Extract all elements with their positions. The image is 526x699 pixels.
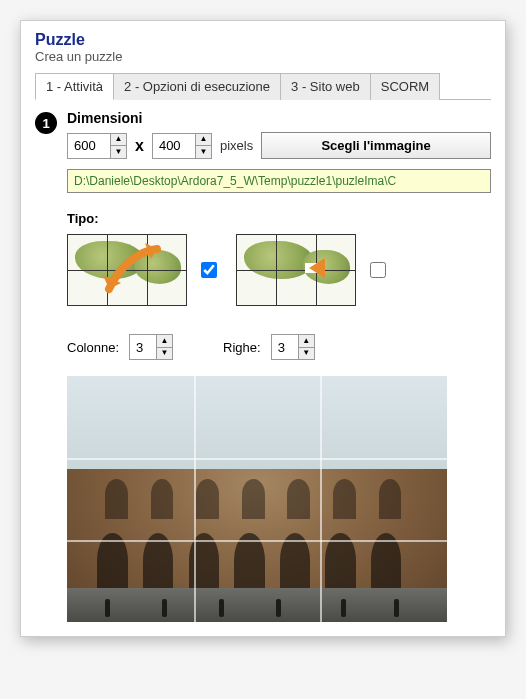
- tab-bar: 1 - Attività 2 - Opzioni di esecuzione 3…: [35, 72, 491, 100]
- columns-spinner[interactable]: ▲ ▼: [129, 334, 173, 360]
- type-swap-thumbnail: [67, 234, 187, 306]
- width-up-icon[interactable]: ▲: [111, 134, 126, 146]
- rows-down-icon[interactable]: ▼: [299, 347, 314, 360]
- app-subtitle: Crea un puzzle: [35, 49, 491, 64]
- puzzle-config-window: Puzzle Crea un puzzle 1 - Attività 2 - O…: [20, 20, 506, 637]
- columns-down-icon[interactable]: ▼: [157, 347, 172, 360]
- tab-website[interactable]: 3 - Sito web: [280, 73, 371, 100]
- svg-marker-3: [309, 258, 325, 278]
- height-input[interactable]: [153, 134, 195, 158]
- height-spinner[interactable]: ▲ ▼: [152, 133, 212, 159]
- rows-label: Righe:: [223, 340, 261, 355]
- app-title: Puzzle: [35, 31, 491, 49]
- height-down-icon[interactable]: ▼: [196, 145, 211, 158]
- tab-scorm[interactable]: SCORM: [370, 73, 440, 100]
- image-path-field[interactable]: [67, 169, 491, 193]
- tab-exec-options[interactable]: 2 - Opzioni di esecuzione: [113, 73, 281, 100]
- multiply-symbol: x: [135, 137, 144, 155]
- width-down-icon[interactable]: ▼: [111, 145, 126, 158]
- dimensions-heading: Dimensioni: [67, 110, 491, 126]
- rows-input[interactable]: [272, 335, 298, 359]
- type-heading: Tipo:: [67, 211, 491, 226]
- width-input[interactable]: [68, 134, 110, 158]
- columns-up-icon[interactable]: ▲: [157, 335, 172, 347]
- tab-content: 1 Dimensioni ▲ ▼ x ▲: [35, 100, 491, 622]
- puzzle-preview: [67, 376, 447, 622]
- width-spinner[interactable]: ▲ ▼: [67, 133, 127, 159]
- type-option-swap[interactable]: [67, 234, 220, 306]
- columns-input[interactable]: [130, 335, 156, 359]
- type-slide-thumbnail: [236, 234, 356, 306]
- type-slide-checkbox[interactable]: [370, 262, 386, 278]
- rows-spinner[interactable]: ▲ ▼: [271, 334, 315, 360]
- type-swap-checkbox[interactable]: [201, 262, 217, 278]
- columns-label: Colonne:: [67, 340, 119, 355]
- type-option-slide[interactable]: [236, 234, 389, 306]
- tab-activity[interactable]: 1 - Attività: [35, 73, 114, 100]
- choose-image-button[interactable]: Scegli l'immagine: [261, 132, 491, 159]
- pixels-label: pixels: [220, 138, 253, 153]
- rows-up-icon[interactable]: ▲: [299, 335, 314, 347]
- swap-arrows-icon: [101, 243, 167, 299]
- height-up-icon[interactable]: ▲: [196, 134, 211, 146]
- slide-arrow-icon: [275, 256, 325, 280]
- step-badge: 1: [35, 112, 57, 134]
